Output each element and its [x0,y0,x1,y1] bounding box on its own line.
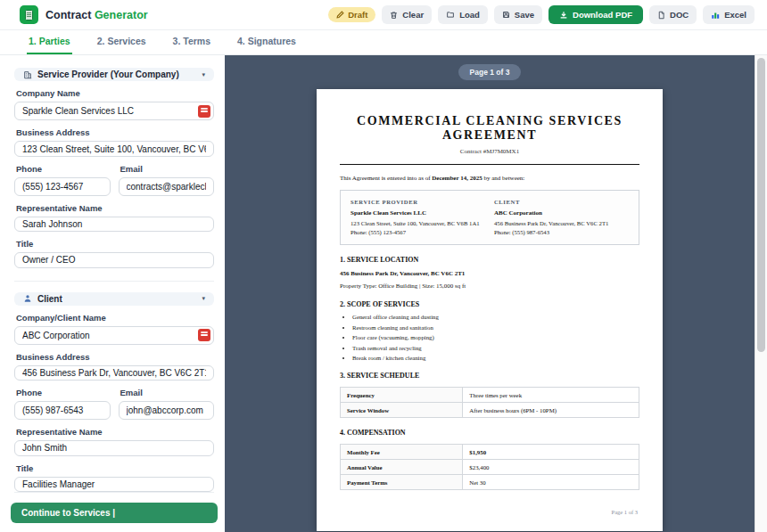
section-divider [14,281,214,282]
continue-to-services-button[interactable]: Continue to Services | [11,503,218,523]
schedule-frequency-value: Three times per week [463,388,639,403]
download-pdf-label: Download PDF [573,10,632,20]
load-button-label: Load [459,10,480,20]
trash-icon [390,11,398,20]
save-button[interactable]: Save [494,5,542,24]
scope-item: Break room / kitchen cleaning [352,355,639,361]
doc-export-label: DOC [670,10,689,20]
clear-button[interactable]: Clear [382,5,432,24]
excel-export-label: Excel [724,10,746,20]
app-title-secondary: Generator [95,9,148,21]
service-schedule-table: Frequency Three times per week Service W… [340,387,639,418]
app-header: Contract Generator Draft Clear Load Save [0,0,767,30]
service-location-details: Property Type: Office Building | Size: 1… [340,282,639,290]
parties-form-panel: Service Provider (Your Company) ▾ Compan… [0,55,225,532]
client-party-heading: CLIENT [494,199,629,205]
annual-value-label: Annual Value [341,460,463,475]
service-location-address: 456 Business Park Dr, Vancouver, BC V6C … [340,270,639,277]
provider-title-label: Title [16,239,214,249]
doc-export-button[interactable]: DOC [649,5,697,24]
monthly-fee-label: Monthly Fee [341,445,463,460]
save-button-label: Save [515,10,534,20]
client-phone-input[interactable] [14,401,111,420]
client-phone-label: Phone [16,388,111,397]
toolbar: Draft Clear Load Save Download PDF DOC [328,5,755,24]
payment-terms-value: Net 30 [463,475,639,490]
load-button[interactable]: Load [438,5,488,24]
tab-terms[interactable]: 3. Terms [171,30,212,54]
app-title: Contract Generator [45,9,148,21]
building-icon [23,70,32,79]
compensation-table: Monthly Fee $1,950 Annual Value $23,400 … [340,444,639,490]
client-party-phone: Phone: (555) 987-6543 [494,229,629,235]
draft-badge-label: Draft [348,10,367,20]
provider-email-input[interactable] [119,177,215,196]
client-email-label: Email [120,388,215,397]
table-row: Monthly Fee $1,950 [341,445,639,460]
bar-chart-icon [711,11,720,20]
provider-phone-label: Phone [16,164,111,174]
provider-party-phone: Phone: (555) 123-4567 [351,229,485,235]
tab-services[interactable]: 2. Services [95,30,148,54]
main-area: Service Provider (Your Company) ▾ Compan… [0,55,767,532]
scrollbar-thumb[interactable] [757,58,765,352]
schedule-frequency-label: Frequency [341,388,463,403]
provider-section-title: Service Provider (Your Company) [37,70,196,79]
brand: Contract Generator [20,5,148,24]
contract-number: Contract #MJ7M0MX1 [340,148,639,155]
provider-phone-input[interactable] [14,177,111,196]
client-section-title: Client [37,294,196,304]
contract-document-page: COMMERCIAL CLEANING SERVICES AGREEMENT C… [317,89,663,531]
scope-of-services-list: General office cleaning and dusting Rest… [352,314,639,361]
scope-item: Restroom cleaning and sanitation [352,324,639,331]
effective-date: December 14, 2025 [432,175,482,182]
autofill-extension-icon[interactable] [198,329,210,341]
provider-title-input[interactable] [14,252,214,267]
provider-section-header[interactable]: Service Provider (Your Company) ▾ [14,68,214,81]
client-representative-input[interactable] [14,440,214,455]
client-company-name-input[interactable] [14,326,214,345]
folder-icon [446,11,455,19]
provider-address-label: Business Address [16,127,214,137]
section-heading-scope: 2. SCOPE OF SERVICES [340,300,639,308]
client-section-header[interactable]: Client ▾ [14,292,214,306]
client-company-name-label: Company/Client Name [16,313,214,323]
client-address-input[interactable] [14,365,214,381]
schedule-window-label: Service Window [341,403,463,418]
client-representative-label: Representative Name [16,427,214,437]
app-logo-icon [20,5,38,24]
annual-value-value: $23,400 [463,460,639,475]
section-heading-location: 1. SERVICE LOCATION [340,256,639,264]
provider-party-address: 123 Clean Street, Suite 100, Vancouver, … [351,220,485,226]
client-party-block: CLIENT ABC Corporation 456 Business Park… [494,199,629,235]
floppy-icon [502,11,510,19]
continue-section: Continue to Services | [14,492,214,523]
autofill-extension-icon[interactable] [198,105,210,118]
document-preview-panel: Page 1 of 3 COMMERCIAL CLEANING SERVICES… [225,55,755,532]
provider-representative-input[interactable] [14,217,214,232]
contract-generator-app: Contract Generator Draft Clear Load Save [0,0,767,532]
tab-signatures[interactable]: 4. Signatures [235,30,298,54]
monthly-fee-value: $1,950 [463,445,639,460]
document-icon [657,11,665,20]
page-indicator-badge: Page 1 of 3 [458,64,521,80]
person-icon [23,294,32,303]
provider-address-input[interactable] [14,141,214,156]
agreement-intro: This Agreement is entered into as of Dec… [340,175,639,182]
client-party-address: 456 Business Park Dr, Vancouver, BC V6C … [494,220,629,226]
download-pdf-button[interactable]: Download PDF [548,5,643,24]
provider-party-heading: SERVICE PROVIDER [351,199,485,205]
section-heading-compensation: 4. COMPENSATION [340,429,639,437]
client-email-input[interactable] [119,401,215,420]
table-row: Annual Value $23,400 [341,460,639,475]
tab-parties[interactable]: 1. Parties [27,30,72,54]
client-title-input[interactable] [14,477,214,492]
draft-status-badge: Draft [328,7,375,22]
provider-company-name-input[interactable] [14,102,214,120]
table-row: Service Window After business hours (6PM… [341,403,639,418]
provider-email-label: Email [120,164,215,174]
provider-party-name: Sparkle Clean Services LLC [351,209,485,217]
vertical-scrollbar[interactable] [755,55,767,532]
clear-button-label: Clear [402,10,424,20]
excel-export-button[interactable]: Excel [703,5,755,24]
